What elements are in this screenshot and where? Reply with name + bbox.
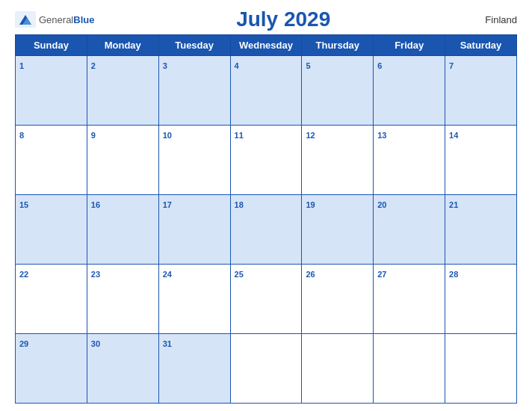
header-monday: Monday: [87, 35, 158, 56]
calendar-day-cell: 17: [158, 195, 230, 265]
calendar-day-cell: 15: [16, 195, 87, 265]
header-thursday: Thursday: [302, 35, 374, 56]
calendar-day-cell: 14: [445, 126, 517, 195]
day-number: 13: [377, 131, 386, 140]
calendar-day-cell: [302, 334, 374, 404]
day-number: 30: [91, 339, 100, 348]
day-number: 25: [235, 270, 244, 279]
calendar-day-cell: 28: [445, 265, 517, 334]
calendar-day-cell: 30: [87, 334, 158, 404]
calendar-day-cell: 2: [87, 56, 158, 126]
day-number: 1: [19, 61, 24, 70]
calendar-day-cell: 31: [158, 334, 230, 404]
day-number: 24: [163, 270, 172, 279]
calendar-week-row: 1234567: [16, 56, 517, 126]
calendar-table: Sunday Monday Tuesday Wednesday Thursday…: [15, 34, 517, 404]
day-number: 5: [306, 61, 310, 70]
header-wednesday: Wednesday: [230, 35, 302, 56]
day-number: 4: [235, 61, 239, 70]
header-sunday: Sunday: [16, 35, 87, 56]
day-number: 10: [163, 131, 172, 140]
calendar-week-row: 15161718192021: [16, 195, 517, 265]
day-number: 18: [235, 200, 244, 209]
calendar-day-cell: 10: [158, 126, 230, 195]
day-number: 11: [235, 131, 244, 140]
day-number: 22: [19, 270, 28, 279]
header-saturday: Saturday: [445, 35, 517, 56]
calendar-day-cell: 9: [87, 126, 158, 195]
calendar-day-cell: 4: [230, 56, 302, 126]
calendar-day-cell: 12: [302, 126, 374, 195]
day-number: 20: [377, 200, 386, 209]
day-number: 31: [163, 339, 172, 348]
day-number: 28: [449, 270, 458, 279]
logo: GeneralBlue: [15, 11, 94, 28]
calendar-day-cell: 19: [302, 195, 374, 265]
header-friday: Friday: [374, 35, 445, 56]
calendar-day-cell: 26: [302, 265, 374, 334]
day-number: 29: [19, 339, 28, 348]
day-number: 2: [91, 61, 96, 70]
day-number: 26: [306, 270, 315, 279]
calendar-day-cell: 1: [16, 56, 87, 126]
calendar-day-cell: 24: [158, 265, 230, 334]
day-number: 14: [449, 131, 458, 140]
calendar-day-cell: 21: [445, 195, 517, 265]
calendar-day-cell: 13: [374, 126, 445, 195]
calendar-header: GeneralBlue July 2029 Finland: [15, 7, 517, 31]
calendar-day-cell: 18: [230, 195, 302, 265]
calendar-title: July 2029: [94, 7, 472, 31]
header-tuesday: Tuesday: [158, 35, 230, 56]
day-number: 17: [163, 200, 172, 209]
calendar-day-cell: 25: [230, 265, 302, 334]
day-number: 3: [163, 61, 167, 70]
day-number: 23: [91, 270, 100, 279]
day-number: 7: [449, 61, 454, 70]
weekday-header-row: Sunday Monday Tuesday Wednesday Thursday…: [16, 35, 517, 56]
calendar-week-row: 891011121314: [16, 126, 517, 195]
logo-icon: [15, 11, 36, 28]
day-number: 15: [19, 200, 28, 209]
country-label: Finland: [472, 14, 517, 25]
calendar-day-cell: 16: [87, 195, 158, 265]
day-number: 9: [91, 131, 96, 140]
day-number: 19: [306, 200, 315, 209]
calendar-body: 1234567891011121314151617181920212223242…: [16, 56, 517, 404]
day-number: 16: [91, 200, 100, 209]
calendar-day-cell: 27: [374, 265, 445, 334]
day-number: 21: [449, 200, 458, 209]
calendar-day-cell: 8: [16, 126, 87, 195]
calendar-day-cell: 22: [16, 265, 87, 334]
logo-general-text: GeneralBlue: [39, 13, 94, 26]
calendar-day-cell: 20: [374, 195, 445, 265]
calendar-week-row: 293031: [16, 334, 517, 404]
calendar-day-cell: 7: [445, 56, 517, 126]
calendar-day-cell: 29: [16, 334, 87, 404]
calendar-day-cell: 5: [302, 56, 374, 126]
calendar-day-cell: 6: [374, 56, 445, 126]
day-number: 12: [306, 131, 315, 140]
day-number: 27: [377, 270, 386, 279]
calendar-week-row: 22232425262728: [16, 265, 517, 334]
calendar-day-cell: [230, 334, 302, 404]
calendar-day-cell: 11: [230, 126, 302, 195]
calendar-day-cell: [374, 334, 445, 404]
day-number: 8: [19, 131, 24, 140]
calendar-day-cell: 3: [158, 56, 230, 126]
calendar-day-cell: 23: [87, 265, 158, 334]
day-number: 6: [377, 61, 382, 70]
calendar-day-cell: [445, 334, 517, 404]
